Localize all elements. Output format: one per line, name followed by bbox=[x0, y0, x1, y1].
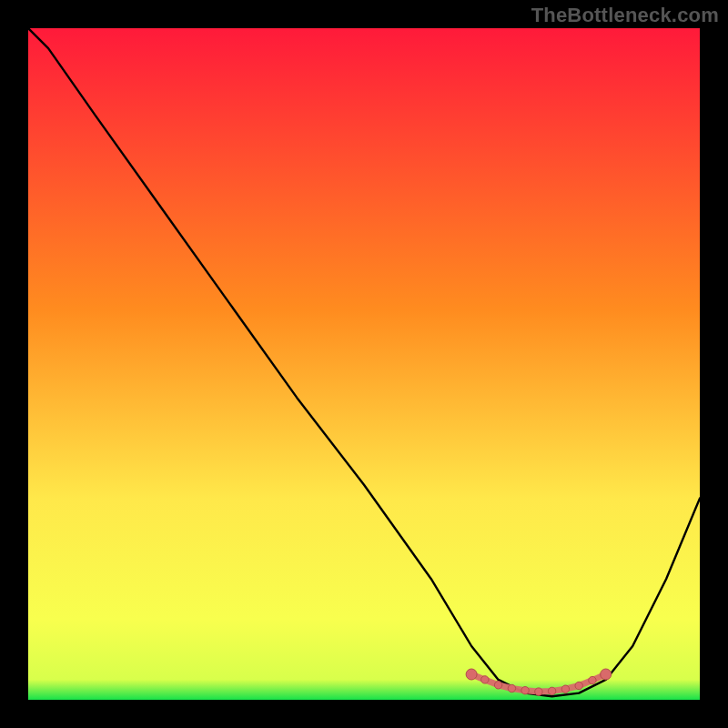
marker-dot bbox=[521, 687, 529, 694]
plot-area bbox=[28, 28, 700, 700]
marker-dot bbox=[601, 669, 612, 680]
marker-dot bbox=[494, 682, 501, 689]
marker-dot bbox=[481, 676, 489, 683]
marker-dot bbox=[589, 676, 596, 683]
marker-dot bbox=[548, 687, 555, 694]
marker-dot bbox=[466, 669, 477, 680]
marker-dot bbox=[561, 685, 569, 693]
marker-dot bbox=[508, 684, 515, 692]
attribution-text: TheBottleneck.com bbox=[531, 4, 719, 27]
marker-dot bbox=[575, 682, 582, 689]
optimal-range-markers bbox=[28, 28, 700, 700]
marker-dot bbox=[535, 688, 542, 695]
chart-frame: TheBottleneck.com bbox=[0, 0, 728, 728]
